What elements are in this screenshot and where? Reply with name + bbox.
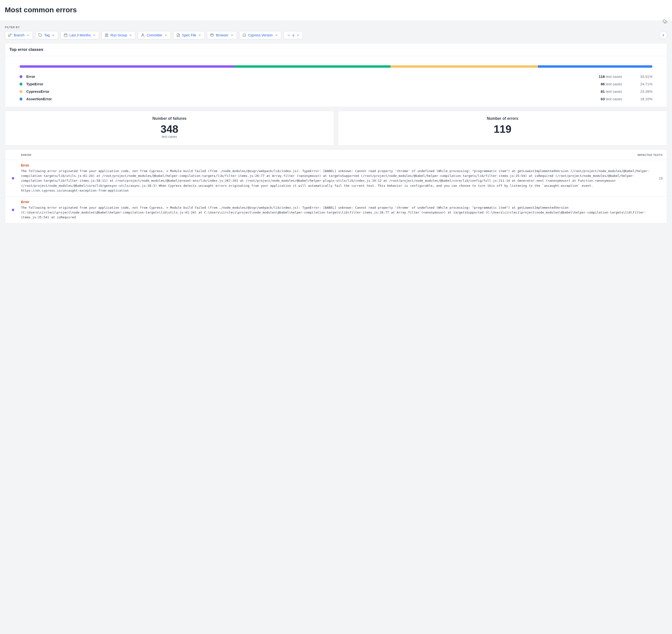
filter-specfile-button[interactable]: Spec File	[173, 31, 205, 39]
bar-segment-typeerror[interactable]	[234, 65, 391, 68]
error-class-legend: Error118 test cases33.91%TypeError86 tes…	[20, 74, 652, 101]
legend-dot-icon	[20, 98, 22, 100]
filter-buttons-wrap: BranchTagLast 3 MonthsRun GroupCommitter…	[5, 31, 667, 39]
impacted-tests-count: 19	[657, 176, 663, 180]
legend-suffix: test cases	[606, 82, 622, 86]
legend-count: 86	[601, 82, 605, 86]
svg-point-15	[211, 34, 211, 34]
errors-title: Number of errors	[338, 116, 667, 121]
chevron-down-icon	[198, 33, 202, 37]
legend-row-cypresserror[interactable]: CypressError81 test cases23.28%	[20, 90, 652, 94]
cyver-icon: cy	[242, 33, 246, 37]
error-row[interactable]: ErrorThe following error originated from…	[5, 160, 667, 197]
filter-os-button[interactable]: OSe	[284, 31, 303, 39]
legend-suffix: test cases	[606, 97, 622, 101]
top-error-classes-card: Top error classes Error118 test cases33.…	[5, 43, 667, 107]
bar-segment-error[interactable]	[20, 65, 234, 68]
legend-name: AssertionError	[26, 97, 597, 101]
chevron-down-icon	[52, 33, 55, 37]
page-title: Most common errors	[5, 6, 667, 14]
filter-by-label: FILTER BY	[5, 26, 667, 29]
filter-label: Last 3 Months	[69, 33, 91, 37]
filter-label: Browser	[216, 33, 228, 37]
scroll-right-button[interactable]	[659, 31, 667, 39]
filter-label: Run Group	[111, 33, 127, 37]
legend-count: 118	[599, 74, 605, 78]
chevron-down-icon	[26, 33, 30, 37]
legend-pct: 23.28%	[635, 90, 652, 94]
error-row[interactable]: ErrorThe following error originated from…	[5, 197, 667, 223]
chevron-down-icon	[296, 33, 300, 37]
number-of-errors-card: Number of errors 119	[338, 111, 667, 146]
legend-name: Error	[26, 74, 595, 78]
filter-label: Committer	[147, 33, 162, 37]
filter-label: Cypress Version	[248, 33, 273, 37]
svg-text:OS: OS	[287, 34, 290, 36]
error-class-name: Error	[21, 163, 652, 167]
chevron-down-icon	[230, 33, 234, 37]
failures-value: 348	[5, 124, 334, 135]
number-of-failures-card: Number of failures 348 test cases	[5, 111, 334, 146]
legend-count: 81	[601, 90, 605, 94]
error-message: The following error originated from your…	[21, 205, 656, 220]
error-class-name: Error	[21, 200, 656, 204]
filter-browser-button[interactable]: Browser	[207, 31, 237, 39]
content-area: FILTER BY BranchTagLast 3 MonthsRun Grou…	[0, 21, 672, 228]
row-main: ErrorThe following error originated from…	[21, 200, 656, 220]
bar-segment-assertionerror[interactable]	[538, 65, 652, 68]
bar-segment-cypresserror[interactable]	[391, 65, 538, 68]
committer-icon	[141, 33, 145, 37]
legend-pct: 18.10%	[635, 97, 652, 101]
error-message: The following error originated from your…	[21, 169, 652, 193]
chevron-down-icon	[129, 33, 132, 37]
browser-icon	[210, 33, 214, 37]
legend-suffix: test cases	[606, 74, 622, 78]
legend-suffix: test cases	[606, 90, 622, 94]
download-icon[interactable]	[663, 20, 667, 25]
failures-sub: test cases	[5, 135, 334, 139]
filter-committer-button[interactable]: Committer	[138, 31, 171, 39]
filter-branch-button[interactable]: Branch	[5, 31, 33, 39]
col-error-label: ERROR	[21, 153, 638, 156]
legend-dot-icon	[20, 83, 22, 86]
filter-cyver-button[interactable]: cyCypress Version	[239, 31, 281, 39]
filter-label: Tag	[44, 33, 50, 37]
chevron-down-icon	[93, 33, 96, 37]
top-error-classes-title: Top error classes	[5, 43, 667, 56]
filter-label: Branch	[14, 33, 24, 37]
filter-period-button[interactable]: Last 3 Months	[61, 31, 99, 39]
filter-label: e	[293, 33, 295, 37]
period-icon	[64, 33, 68, 37]
svg-point-12	[142, 34, 143, 35]
filter-rungroup-button[interactable]: Run Group	[101, 31, 135, 39]
chevron-down-icon	[275, 33, 278, 37]
legend-pct: 24.71%	[635, 82, 652, 86]
svg-point-16	[211, 34, 212, 34]
branch-icon	[8, 33, 12, 37]
legend-count: 63	[601, 97, 605, 101]
legend-dot-icon	[20, 75, 22, 78]
os-icon: OS	[287, 33, 291, 37]
failures-title: Number of failures	[5, 116, 334, 121]
legend-name: CypressError	[26, 90, 597, 94]
error-class-stacked-bar	[20, 65, 652, 68]
error-class-dot-icon	[12, 209, 14, 211]
filter-tag-button[interactable]: Tag	[35, 31, 58, 39]
page-header: Most common errors	[0, 0, 672, 21]
filter-label: Spec File	[182, 33, 196, 37]
chevron-down-icon	[164, 33, 168, 37]
row-dot-wrap	[9, 209, 17, 211]
errors-value: 119	[338, 124, 667, 135]
svg-text:cy: cy	[244, 34, 245, 36]
tag-icon	[38, 33, 42, 37]
legend-row-typeerror[interactable]: TypeError86 test cases24.71%	[20, 82, 652, 86]
row-main: ErrorThe following error originated from…	[21, 163, 652, 193]
errors-table-card: ERROR IMPACTED TESTS ErrorThe following …	[5, 149, 667, 223]
col-impacted-label: IMPACTED TESTS	[638, 153, 663, 156]
legend-row-error[interactable]: Error118 test cases33.91%	[20, 74, 652, 78]
legend-row-assertionerror[interactable]: AssertionError63 test cases18.10%	[20, 97, 652, 101]
errors-table-body: ErrorThe following error originated from…	[5, 160, 667, 223]
legend-pct: 33.91%	[635, 74, 652, 78]
legend-dot-icon	[20, 90, 22, 93]
specfile-icon	[176, 33, 180, 37]
